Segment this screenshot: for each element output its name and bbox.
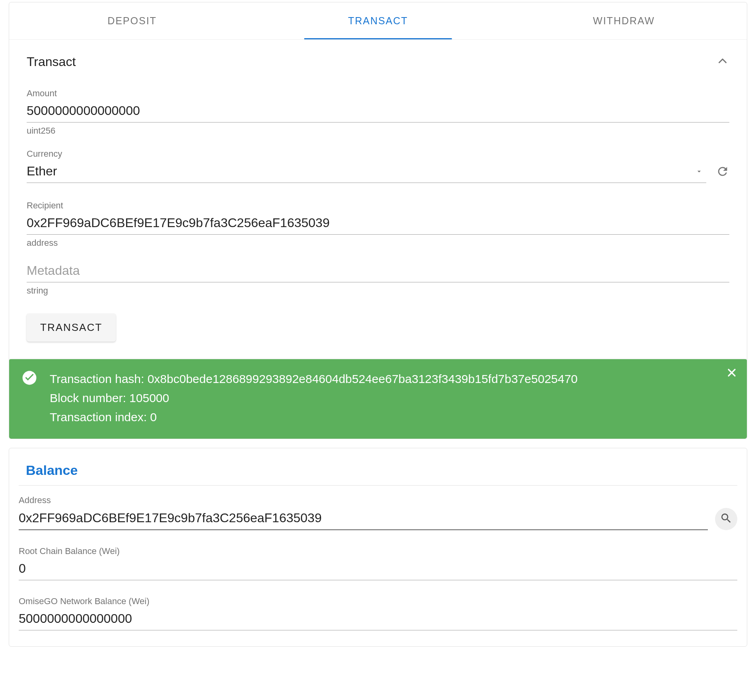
check-circle-icon	[22, 370, 37, 387]
amount-field: Amount uint256	[27, 88, 729, 136]
recipient-input[interactable]	[27, 213, 729, 235]
alert-content: Transaction hash: 0x8bc0bede128689929389…	[50, 369, 734, 427]
tab-deposit[interactable]: Deposit	[9, 2, 255, 39]
balance-root-label: Root Chain Balance (Wei)	[19, 546, 737, 556]
balance-omisego-label: OmiseGO Network Balance (Wei)	[19, 596, 737, 607]
amount-input[interactable]	[27, 101, 729, 122]
amount-label: Amount	[27, 88, 729, 99]
balance-card: Balance Address 0x2FF969aDC6BEf9E17E9c9b…	[9, 448, 747, 647]
balance-omisego-value: 5000000000000000	[19, 609, 737, 630]
balance-address-value[interactable]: 0x2FF969aDC6BEf9E17E9c9b7fa3C256eaF16350…	[19, 508, 708, 530]
refresh-icon[interactable]	[716, 165, 729, 180]
search-icon	[720, 512, 733, 526]
transact-panel: Transact Amount uint256 Currency Ether	[9, 40, 747, 351]
alert-hash-label: Transaction hash:	[50, 372, 148, 385]
metadata-hint: string	[27, 286, 729, 296]
alert-block: 105000	[129, 391, 169, 404]
panel-header: Transact	[27, 54, 729, 69]
alert-index-label: Transaction index:	[50, 410, 150, 424]
divider	[19, 485, 737, 486]
transact-card: Deposit Transact Withdraw Transact Amoun…	[9, 2, 747, 439]
balance-omisego-field: OmiseGO Network Balance (Wei) 5000000000…	[19, 596, 737, 630]
recipient-label: Recipient	[27, 200, 729, 211]
tabs: Deposit Transact Withdraw	[9, 2, 747, 40]
search-button[interactable]	[715, 508, 737, 530]
recipient-hint: address	[27, 238, 729, 248]
chevron-down-icon	[695, 167, 703, 177]
transact-button[interactable]: Transact	[27, 313, 116, 342]
currency-select[interactable]: Ether	[27, 161, 706, 183]
metadata-field: string	[27, 261, 729, 296]
success-alert: Transaction hash: 0x8bc0bede128689929389…	[9, 359, 747, 439]
alert-block-label: Block number:	[50, 391, 129, 404]
currency-label: Currency	[27, 149, 729, 159]
balance-title: Balance	[19, 463, 737, 478]
alert-index: 0	[150, 410, 157, 424]
amount-hint: uint256	[27, 126, 729, 136]
balance-address-label: Address	[19, 495, 737, 506]
chevron-up-icon[interactable]	[716, 54, 729, 69]
tab-transact[interactable]: Transact	[255, 2, 501, 39]
currency-field: Currency Ether	[27, 149, 729, 183]
balance-root-value: 0	[19, 559, 737, 580]
tab-withdraw[interactable]: Withdraw	[501, 2, 747, 39]
close-icon[interactable]	[725, 366, 738, 381]
balance-address-field: Address 0x2FF969aDC6BEf9E17E9c9b7fa3C256…	[19, 495, 737, 530]
currency-value: Ether	[27, 161, 706, 183]
metadata-input[interactable]	[27, 261, 729, 282]
panel-title: Transact	[27, 54, 76, 69]
alert-hash: 0x8bc0bede1286899293892e84604db524ee67ba…	[148, 372, 578, 385]
balance-root-field: Root Chain Balance (Wei) 0	[19, 546, 737, 580]
recipient-field: Recipient address	[27, 200, 729, 248]
